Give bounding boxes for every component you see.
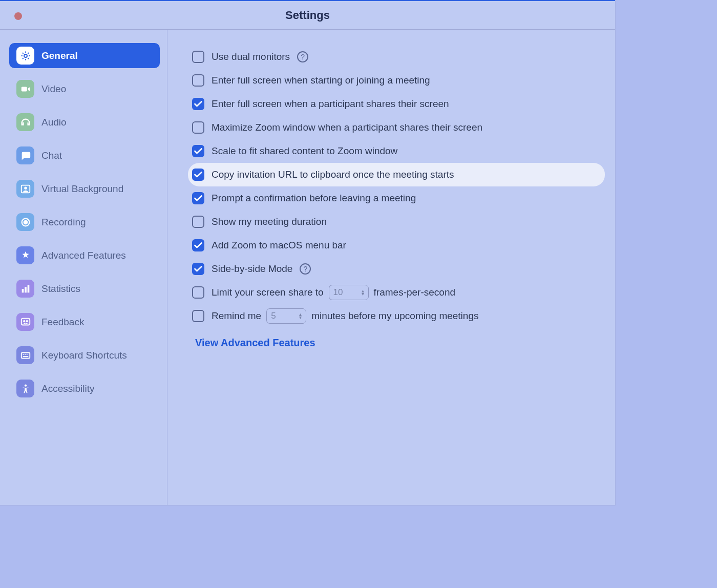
checkbox-dual-monitors[interactable] (192, 51, 204, 63)
svg-point-10 (24, 320, 25, 321)
checkbox-confirm-leave[interactable] (192, 192, 204, 204)
checkbox-remind[interactable] (192, 310, 204, 322)
sidebar-item-statistics[interactable]: Statistics (9, 276, 160, 301)
checkbox-full-screen-join[interactable] (192, 74, 204, 87)
checkbox-side-by-side[interactable] (192, 263, 204, 275)
feedback-icon (16, 313, 34, 331)
view-advanced-link[interactable]: View Advanced Features (192, 337, 605, 349)
sidebar-item-accessibility[interactable]: Accessibility (9, 376, 160, 401)
option-remind: Remind me5▴▾minutes before my upcoming m… (192, 304, 605, 328)
window-title: Settings (285, 9, 330, 22)
accessibility-icon (16, 380, 34, 397)
svg-point-13 (24, 384, 26, 386)
sidebar-item-keyboard-shortcuts[interactable]: Keyboard Shortcuts (9, 343, 160, 368)
general-icon (16, 47, 34, 65)
checkbox-menu-bar[interactable] (192, 239, 204, 251)
checkbox-scale-fit[interactable] (192, 145, 204, 157)
option-label: Enter full screen when a participant sha… (212, 98, 449, 110)
help-icon[interactable]: ? (297, 51, 308, 62)
limit-stepper[interactable]: 10▴▾ (329, 285, 369, 300)
remind-stepper[interactable]: 5▴▾ (266, 308, 306, 324)
virtual-background-icon (16, 180, 34, 198)
svg-point-3 (24, 186, 27, 190)
svg-rect-7 (25, 287, 27, 292)
sidebar-item-label: Virtual Background (41, 183, 123, 195)
option-pre: Limit your screen share to (212, 287, 324, 298)
svg-rect-8 (27, 285, 29, 292)
sidebar-item-virtual-background[interactable]: Virtual Background (9, 176, 160, 201)
sidebar-item-label: Statistics (41, 283, 80, 295)
option-label: Prompt a confirmation before leaving a m… (212, 193, 416, 204)
sidebar-item-label: Video (41, 83, 66, 95)
option-show-duration: Show my meeting duration (192, 210, 605, 234)
window-close-dot[interactable] (14, 12, 22, 20)
option-label: Add Zoom to macOS menu bar (212, 240, 346, 251)
option-pre: Remind me (212, 310, 261, 322)
sidebar-item-label: Advanced Features (41, 250, 126, 261)
option-dual-monitors: Use dual monitors? (192, 45, 605, 69)
statistics-icon (16, 280, 34, 298)
checkbox-copy-invite[interactable] (192, 169, 204, 181)
stepper-value: 5 (271, 311, 276, 321)
checkbox-maximize-on-share[interactable] (192, 121, 204, 134)
sidebar-item-label: Audio (41, 117, 67, 128)
option-maximize-on-share: Maximize Zoom window when a participant … (192, 116, 605, 139)
option-scale-fit: Scale to fit shared content to Zoom wind… (192, 139, 605, 163)
sidebar-item-feedback[interactable]: Feedback (9, 309, 160, 334)
settings-window: Settings GeneralVideoAudioChatVirtual Ba… (0, 0, 616, 506)
help-icon[interactable]: ? (300, 263, 311, 275)
option-label: Side-by-side Mode (212, 263, 292, 275)
option-copy-invite: Copy invitation URL to clipboard once th… (188, 163, 605, 186)
option-full-screen-join: Enter full screen when starting or joini… (192, 69, 605, 92)
option-confirm-leave: Prompt a confirmation before leaving a m… (192, 186, 605, 210)
checkbox-limit[interactable] (192, 286, 204, 299)
option-post: minutes before my upcoming meetings (311, 310, 478, 322)
sidebar-item-chat[interactable]: Chat (9, 143, 160, 168)
settings-content: Use dual monitors?Enter full screen when… (167, 30, 615, 505)
svg-rect-12 (21, 352, 30, 358)
option-side-by-side: Side-by-side Mode? (192, 257, 605, 281)
option-label: Copy invitation URL to clipboard once th… (212, 169, 454, 180)
sidebar-item-label: Chat (41, 150, 62, 161)
svg-rect-6 (22, 289, 24, 292)
stepper-value: 10 (333, 287, 343, 298)
svg-point-11 (26, 320, 27, 321)
option-label: Use dual monitors (212, 51, 290, 62)
keyboard-shortcuts-icon (16, 346, 34, 364)
sidebar-item-audio[interactable]: Audio (9, 110, 160, 135)
titlebar: Settings (0, 0, 615, 30)
option-label: Show my meeting duration (212, 216, 327, 227)
sidebar-item-label: Recording (41, 217, 86, 228)
sidebar-item-recording[interactable]: Recording (9, 209, 160, 235)
recording-icon (16, 213, 34, 231)
video-icon (16, 80, 34, 98)
option-label: Enter full screen when starting or joini… (212, 75, 430, 86)
option-post: frames-per-second (374, 287, 455, 298)
chevron-updown-icon: ▴▾ (362, 289, 364, 296)
sidebar-item-label: Keyboard Shortcuts (41, 350, 127, 361)
svg-rect-1 (21, 87, 27, 91)
checkbox-show-duration[interactable] (192, 216, 204, 228)
chat-icon (16, 146, 34, 164)
sidebar-item-label: Accessibility (41, 383, 94, 394)
option-label: Maximize Zoom window when a participant … (212, 122, 482, 133)
chevron-updown-icon: ▴▾ (299, 313, 302, 319)
checkbox-full-screen-share[interactable] (192, 98, 204, 110)
svg-point-5 (24, 220, 27, 223)
advanced-features-icon (16, 246, 34, 264)
sidebar-item-label: General (41, 50, 78, 61)
sidebar-item-advanced-features[interactable]: Advanced Features (9, 243, 160, 268)
option-menu-bar: Add Zoom to macOS menu bar (192, 234, 605, 257)
option-full-screen-share: Enter full screen when a participant sha… (192, 92, 605, 116)
sidebar-item-general[interactable]: General (9, 43, 160, 68)
svg-point-0 (24, 54, 27, 57)
option-label: Scale to fit shared content to Zoom wind… (212, 145, 397, 157)
sidebar: GeneralVideoAudioChatVirtual BackgroundR… (0, 30, 167, 505)
audio-icon (16, 113, 34, 131)
sidebar-item-video[interactable]: Video (9, 76, 160, 101)
sidebar-item-label: Feedback (41, 317, 84, 328)
option-limit: Limit your screen share to10▴▾frames-per… (192, 281, 605, 304)
